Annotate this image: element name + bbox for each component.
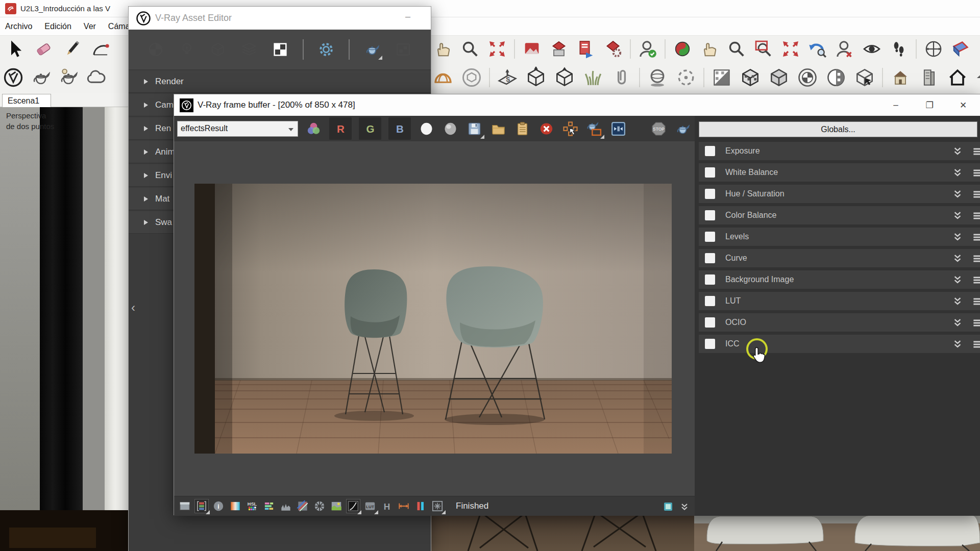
bulb-icon[interactable] [178, 41, 195, 58]
collapse-panel-chevron[interactable]: ‹ [128, 297, 138, 318]
scene-tab-escena1[interactable]: Escena1 [2, 94, 51, 107]
layer-menu-icon[interactable] [971, 273, 980, 289]
chevron-double-icon[interactable] [678, 500, 691, 513]
hand-icon[interactable] [699, 39, 720, 59]
maximize-icon[interactable]: ❐ [913, 94, 946, 116]
chevron-double-down-icon[interactable] [951, 294, 964, 310]
teapot-region-icon[interactable] [586, 120, 603, 137]
compare-icon[interactable] [610, 120, 627, 137]
layer-row[interactable]: Exposure [699, 142, 980, 160]
zoom-extents-icon[interactable] [487, 39, 507, 59]
gray-circle-icon[interactable] [442, 120, 459, 137]
redcyan-icon[interactable] [414, 499, 427, 513]
doc-arrow-icon[interactable] [576, 39, 596, 59]
photo-red-icon[interactable] [522, 39, 542, 59]
layer-checkbox[interactable] [705, 317, 715, 328]
magnifier-icon[interactable] [726, 39, 747, 59]
chevron-double-down-icon[interactable] [951, 144, 964, 160]
chevron-double-down-icon[interactable] [951, 230, 964, 245]
gray-cube-icon[interactable] [768, 66, 790, 89]
layer-checkbox[interactable] [705, 274, 715, 285]
cube-circle-icon[interactable] [460, 66, 483, 89]
section-box-icon[interactable] [950, 39, 971, 59]
colors-venn-icon[interactable] [305, 120, 322, 137]
close-icon[interactable]: ✕ [946, 94, 980, 116]
arc-tool-icon[interactable] [90, 38, 111, 60]
burst-icon[interactable] [431, 499, 444, 513]
zoom-window-icon[interactable] [753, 39, 774, 59]
stripes-icon[interactable] [296, 499, 309, 513]
cloud-icon[interactable] [85, 66, 107, 89]
paperclip-icon[interactable] [610, 66, 633, 89]
teapot-outline-icon[interactable] [30, 66, 52, 89]
chevron-double-down-icon[interactable] [951, 337, 964, 353]
layer-menu-icon[interactable] [971, 188, 980, 203]
chevron-double-down-icon[interactable] [951, 252, 964, 267]
gear-icon[interactable] [317, 41, 335, 58]
mini-teal-icon[interactable] [662, 500, 674, 513]
checker-sphere-icon[interactable] [147, 41, 164, 58]
rgb-bars-icon[interactable] [195, 499, 208, 513]
layer-row[interactable]: Color Balance [699, 206, 980, 224]
layer-row[interactable]: OCIO [699, 313, 980, 332]
chevron-double-down-icon[interactable] [951, 273, 964, 288]
menu-item[interactable]: Ver [84, 22, 96, 31]
h-letter-icon[interactable]: H [380, 499, 394, 513]
layer-checkbox[interactable] [705, 146, 715, 156]
footprints-icon[interactable] [889, 39, 909, 59]
letter-R-icon[interactable]: R [329, 117, 352, 140]
layer-menu-icon[interactable] [971, 316, 980, 332]
chevron-double-down-icon[interactable] [951, 187, 964, 203]
cube-down-icon[interactable] [553, 66, 576, 89]
orbit-icon[interactable] [672, 39, 693, 59]
person-x-icon[interactable] [835, 39, 855, 59]
eraser-icon[interactable] [33, 38, 54, 60]
vray-logo-icon[interactable] [2, 66, 24, 89]
minimize-icon[interactable]: – [879, 94, 913, 116]
layer-row[interactable]: ICC [699, 335, 980, 353]
channel-select-dropdown[interactable]: effectsResult [177, 121, 298, 137]
white-circle-icon[interactable] [418, 120, 435, 137]
layer-checkbox[interactable] [705, 296, 715, 306]
section-s-icon[interactable]: S [496, 66, 519, 89]
layer-row[interactable]: LUT [699, 292, 980, 310]
layer-menu-icon[interactable] [971, 338, 980, 353]
settings-section-header[interactable]: Render [129, 70, 431, 93]
layer-checkbox[interactable] [705, 232, 715, 242]
layer-checkbox[interactable] [705, 253, 715, 263]
frame-buffer-titlebar[interactable]: V-Ray frame buffer - [200% of 850 x 478]… [174, 94, 980, 116]
letter-B-icon[interactable]: B [388, 117, 411, 140]
bg-image-icon[interactable] [330, 499, 343, 513]
lut-box-icon[interactable]: LUT [363, 499, 377, 513]
arrows-h-icon[interactable] [397, 499, 410, 513]
dome-icon[interactable] [432, 66, 454, 89]
floppy-icon[interactable] [466, 120, 483, 137]
info-icon[interactable]: i [212, 499, 225, 513]
teapot-grab-icon[interactable] [57, 66, 80, 89]
sphere-shadow-icon[interactable] [646, 66, 669, 89]
dashed-circle-icon[interactable] [675, 66, 697, 89]
cube-outline-icon[interactable] [209, 41, 227, 58]
layer-row[interactable]: Curve [699, 249, 980, 267]
histogram-icon[interactable] [279, 499, 292, 513]
blue-box-icon[interactable] [977, 39, 980, 59]
layer-menu-icon[interactable] [971, 295, 980, 310]
layer-checkbox[interactable] [705, 167, 715, 178]
curve-icon-icon[interactable] [347, 499, 360, 513]
layer-menu-icon[interactable] [971, 166, 980, 182]
prev-view-icon[interactable] [807, 39, 828, 59]
zoom-extents-icon[interactable] [780, 39, 801, 59]
render-teapot-icon[interactable] [363, 41, 381, 58]
checker-cube-icon[interactable] [739, 66, 762, 89]
chevron-double-down-icon[interactable] [951, 166, 964, 181]
letter-G-icon[interactable]: G [359, 117, 381, 140]
magnifier-icon[interactable] [460, 39, 480, 59]
camera-axis-icon[interactable] [923, 39, 944, 59]
win-frame-icon[interactable] [178, 499, 191, 513]
layer-menu-icon[interactable] [971, 209, 980, 224]
cube-up-icon[interactable] [525, 66, 547, 89]
asset-editor-titlebar[interactable]: V-Ray Asset Editor – [129, 7, 431, 30]
globals-button[interactable]: Globals... [699, 121, 977, 137]
layer-row[interactable]: White Balance [699, 163, 980, 182]
chevron-double-down-icon[interactable] [951, 316, 964, 331]
